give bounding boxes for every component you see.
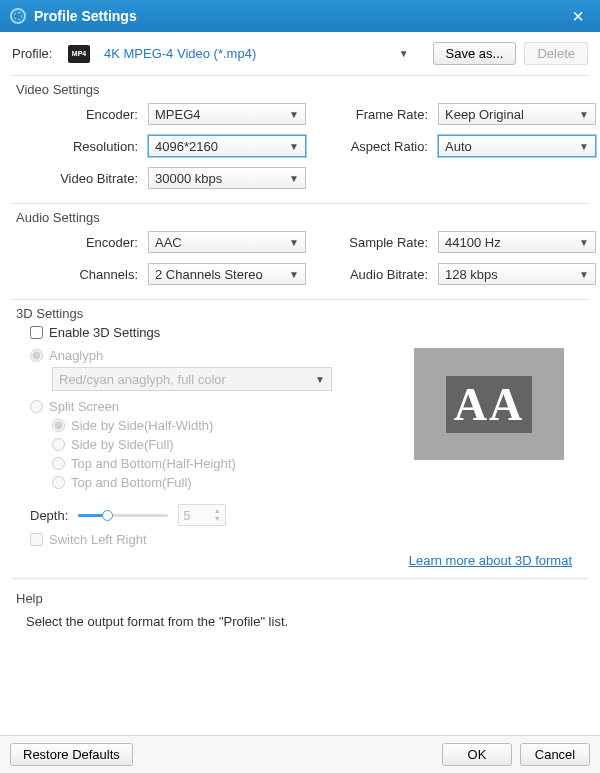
sbs-full-radio: Side by Side(Full): [52, 437, 394, 452]
chevron-down-icon: ▼: [289, 141, 299, 152]
app-icon: [10, 8, 26, 24]
depth-row: Depth: 5 ▲▼: [30, 504, 588, 526]
video-encoder-label: Encoder:: [28, 107, 138, 122]
depth-spinner: 5 ▲▼: [178, 504, 226, 526]
depth-label: Depth:: [30, 508, 68, 523]
help-text: Select the output format from the "Profi…: [26, 614, 588, 629]
window-title: Profile Settings: [34, 8, 566, 24]
mp4-icon: MP4: [68, 45, 90, 63]
chevron-down-icon: ▼: [289, 269, 299, 280]
chevron-down-icon: ▼: [289, 173, 299, 184]
save-as-button[interactable]: Save as...: [433, 42, 517, 65]
channels-select[interactable]: 2 Channels Stereo▼: [148, 263, 306, 285]
anaglyph-input: [30, 349, 43, 362]
split-screen-input: [30, 400, 43, 413]
chevron-up-icon: ▲: [211, 507, 223, 515]
depth-slider[interactable]: [78, 508, 168, 522]
aspect-ratio-label: Aspect Ratio:: [316, 139, 428, 154]
help-section: Help Select the output format from the "…: [20, 591, 588, 629]
profile-label: Profile:: [12, 46, 60, 61]
profile-row: Profile: MP4 4K MPEG-4 Video (*.mp4) ▼ S…: [0, 32, 600, 75]
video-settings-header: Video Settings: [16, 82, 588, 97]
switch-lr-checkbox: Switch Left Right: [30, 532, 588, 547]
tab-full-radio: Top and Bottom(Full): [52, 475, 394, 490]
restore-defaults-button[interactable]: Restore Defaults: [10, 743, 133, 766]
enable-3d-input[interactable]: [30, 326, 43, 339]
footer: Restore Defaults OK Cancel: [0, 735, 600, 773]
chevron-down-icon: ▼: [579, 237, 589, 248]
tab-half-radio: Top and Bottom(Half-Height): [52, 456, 394, 471]
audio-settings-section: Audio Settings Encoder: AAC▼ Sample Rate…: [20, 210, 588, 285]
aspect-ratio-select[interactable]: Auto▼: [438, 135, 596, 157]
switch-lr-input: [30, 533, 43, 546]
profile-select[interactable]: 4K MPEG-4 Video (*.mp4) ▼: [98, 46, 425, 61]
video-settings-section: Video Settings Encoder: MPEG4▼ Frame Rat…: [20, 82, 588, 189]
delete-button: Delete: [524, 42, 588, 65]
audio-settings-header: Audio Settings: [16, 210, 588, 225]
ok-button[interactable]: OK: [442, 743, 512, 766]
title-bar: Profile Settings ×: [0, 0, 600, 32]
3d-settings-section: 3D Settings Enable 3D Settings Anaglyph …: [20, 306, 588, 568]
resolution-select[interactable]: 4096*2160▼: [148, 135, 306, 157]
chevron-down-icon: ▼: [289, 109, 299, 120]
audio-encoder-label: Encoder:: [28, 235, 138, 250]
3d-settings-header: 3D Settings: [16, 306, 588, 321]
video-encoder-select[interactable]: MPEG4▼: [148, 103, 306, 125]
anaglyph-radio: Anaglyph: [30, 348, 394, 363]
preview-letters: AA: [446, 376, 532, 433]
sample-rate-select[interactable]: 44100 Hz▼: [438, 231, 596, 253]
chevron-down-icon: ▼: [289, 237, 299, 248]
chevron-down-icon: ▼: [211, 515, 223, 523]
enable-3d-checkbox[interactable]: Enable 3D Settings: [30, 325, 588, 340]
video-bitrate-select[interactable]: 30000 kbps▼: [148, 167, 306, 189]
chevron-down-icon: ▼: [399, 48, 409, 59]
resolution-label: Resolution:: [28, 139, 138, 154]
split-screen-radio: Split Screen: [30, 399, 394, 414]
sample-rate-label: Sample Rate:: [316, 235, 428, 250]
video-bitrate-label: Video Bitrate:: [28, 171, 138, 186]
channels-label: Channels:: [28, 267, 138, 282]
chevron-down-icon: ▼: [579, 141, 589, 152]
close-icon[interactable]: ×: [566, 5, 590, 28]
frame-rate-select[interactable]: Keep Original▼: [438, 103, 596, 125]
chevron-down-icon: ▼: [579, 269, 589, 280]
audio-bitrate-label: Audio Bitrate:: [316, 267, 428, 282]
chevron-down-icon: ▼: [579, 109, 589, 120]
help-header: Help: [16, 591, 588, 606]
anaglyph-mode-select: Red/cyan anaglyph, full color▼: [52, 367, 332, 391]
profile-value: 4K MPEG-4 Video (*.mp4): [98, 46, 399, 61]
sbs-half-radio: Side by Side(Half-Width): [52, 418, 394, 433]
slider-thumb[interactable]: [102, 510, 113, 521]
cancel-button[interactable]: Cancel: [520, 743, 590, 766]
audio-encoder-select[interactable]: AAC▼: [148, 231, 306, 253]
chevron-down-icon: ▼: [315, 374, 325, 385]
learn-more-link[interactable]: Learn more about 3D format: [409, 553, 572, 568]
3d-preview: AA: [414, 348, 564, 460]
audio-bitrate-select[interactable]: 128 kbps▼: [438, 263, 596, 285]
frame-rate-label: Frame Rate:: [316, 107, 428, 122]
